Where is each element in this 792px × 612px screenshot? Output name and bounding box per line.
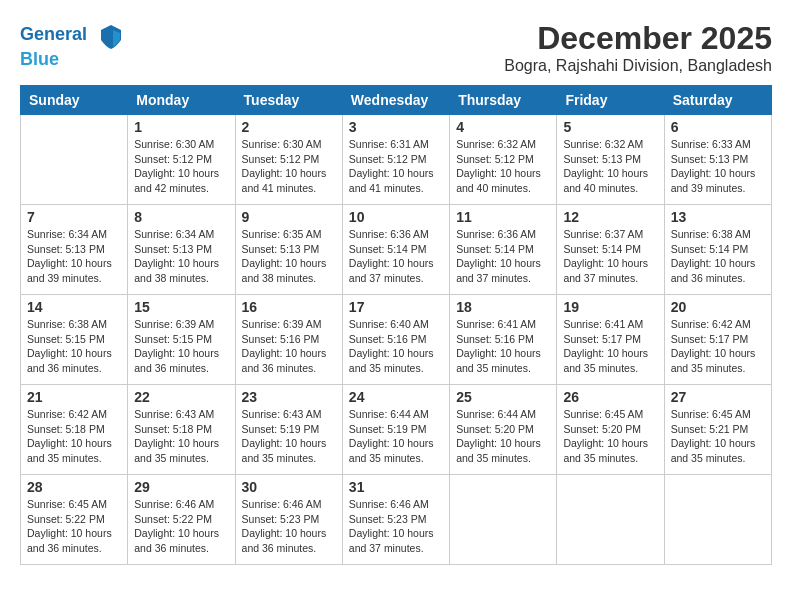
day-number: 20: [671, 299, 765, 315]
day-number: 1: [134, 119, 228, 135]
table-row: 21Sunrise: 6:42 AMSunset: 5:18 PMDayligh…: [21, 385, 128, 475]
day-number: 25: [456, 389, 550, 405]
table-row: 28Sunrise: 6:45 AMSunset: 5:22 PMDayligh…: [21, 475, 128, 565]
calendar-week-2: 7Sunrise: 6:34 AMSunset: 5:13 PMDaylight…: [21, 205, 772, 295]
day-number: 11: [456, 209, 550, 225]
day-number: 24: [349, 389, 443, 405]
day-number: 5: [563, 119, 657, 135]
logo-general: General: [20, 24, 87, 44]
day-info: Sunrise: 6:41 AMSunset: 5:16 PMDaylight:…: [456, 317, 550, 376]
table-row: 3Sunrise: 6:31 AMSunset: 5:12 PMDaylight…: [342, 115, 449, 205]
calendar-week-3: 14Sunrise: 6:38 AMSunset: 5:15 PMDayligh…: [21, 295, 772, 385]
day-info: Sunrise: 6:45 AMSunset: 5:21 PMDaylight:…: [671, 407, 765, 466]
day-number: 8: [134, 209, 228, 225]
table-row: 7Sunrise: 6:34 AMSunset: 5:13 PMDaylight…: [21, 205, 128, 295]
day-info: Sunrise: 6:44 AMSunset: 5:19 PMDaylight:…: [349, 407, 443, 466]
table-row: 27Sunrise: 6:45 AMSunset: 5:21 PMDayligh…: [664, 385, 771, 475]
day-number: 6: [671, 119, 765, 135]
day-info: Sunrise: 6:39 AMSunset: 5:16 PMDaylight:…: [242, 317, 336, 376]
day-info: Sunrise: 6:30 AMSunset: 5:12 PMDaylight:…: [242, 137, 336, 196]
day-info: Sunrise: 6:30 AMSunset: 5:12 PMDaylight:…: [134, 137, 228, 196]
day-info: Sunrise: 6:36 AMSunset: 5:14 PMDaylight:…: [456, 227, 550, 286]
table-row: [664, 475, 771, 565]
day-info: Sunrise: 6:31 AMSunset: 5:12 PMDaylight:…: [349, 137, 443, 196]
day-info: Sunrise: 6:43 AMSunset: 5:18 PMDaylight:…: [134, 407, 228, 466]
subtitle: Bogra, Rajshahi Division, Bangladesh: [504, 57, 772, 75]
day-number: 30: [242, 479, 336, 495]
day-number: 15: [134, 299, 228, 315]
calendar-table: Sunday Monday Tuesday Wednesday Thursday…: [20, 85, 772, 565]
table-row: 11Sunrise: 6:36 AMSunset: 5:14 PMDayligh…: [450, 205, 557, 295]
logo-icon: [96, 20, 126, 50]
table-row: 12Sunrise: 6:37 AMSunset: 5:14 PMDayligh…: [557, 205, 664, 295]
table-row: 8Sunrise: 6:34 AMSunset: 5:13 PMDaylight…: [128, 205, 235, 295]
day-info: Sunrise: 6:46 AMSunset: 5:23 PMDaylight:…: [349, 497, 443, 556]
table-row: 6Sunrise: 6:33 AMSunset: 5:13 PMDaylight…: [664, 115, 771, 205]
day-info: Sunrise: 6:45 AMSunset: 5:20 PMDaylight:…: [563, 407, 657, 466]
header-wednesday: Wednesday: [342, 86, 449, 115]
table-row: 20Sunrise: 6:42 AMSunset: 5:17 PMDayligh…: [664, 295, 771, 385]
logo: General Blue: [20, 20, 126, 70]
table-row: 16Sunrise: 6:39 AMSunset: 5:16 PMDayligh…: [235, 295, 342, 385]
logo-blue: Blue: [20, 49, 59, 69]
table-row: 19Sunrise: 6:41 AMSunset: 5:17 PMDayligh…: [557, 295, 664, 385]
day-number: 18: [456, 299, 550, 315]
table-row: 13Sunrise: 6:38 AMSunset: 5:14 PMDayligh…: [664, 205, 771, 295]
day-info: Sunrise: 6:39 AMSunset: 5:15 PMDaylight:…: [134, 317, 228, 376]
day-info: Sunrise: 6:33 AMSunset: 5:13 PMDaylight:…: [671, 137, 765, 196]
day-number: 16: [242, 299, 336, 315]
day-number: 28: [27, 479, 121, 495]
day-info: Sunrise: 6:38 AMSunset: 5:14 PMDaylight:…: [671, 227, 765, 286]
table-row: [557, 475, 664, 565]
day-info: Sunrise: 6:43 AMSunset: 5:19 PMDaylight:…: [242, 407, 336, 466]
day-info: Sunrise: 6:38 AMSunset: 5:15 PMDaylight:…: [27, 317, 121, 376]
day-number: 10: [349, 209, 443, 225]
day-info: Sunrise: 6:42 AMSunset: 5:18 PMDaylight:…: [27, 407, 121, 466]
day-number: 9: [242, 209, 336, 225]
table-row: 24Sunrise: 6:44 AMSunset: 5:19 PMDayligh…: [342, 385, 449, 475]
header-friday: Friday: [557, 86, 664, 115]
table-row: 23Sunrise: 6:43 AMSunset: 5:19 PMDayligh…: [235, 385, 342, 475]
day-number: 22: [134, 389, 228, 405]
day-number: 19: [563, 299, 657, 315]
day-number: 17: [349, 299, 443, 315]
day-info: Sunrise: 6:40 AMSunset: 5:16 PMDaylight:…: [349, 317, 443, 376]
table-row: 18Sunrise: 6:41 AMSunset: 5:16 PMDayligh…: [450, 295, 557, 385]
table-row: 10Sunrise: 6:36 AMSunset: 5:14 PMDayligh…: [342, 205, 449, 295]
day-info: Sunrise: 6:41 AMSunset: 5:17 PMDaylight:…: [563, 317, 657, 376]
header-tuesday: Tuesday: [235, 86, 342, 115]
day-info: Sunrise: 6:46 AMSunset: 5:23 PMDaylight:…: [242, 497, 336, 556]
calendar-header-row: Sunday Monday Tuesday Wednesday Thursday…: [21, 86, 772, 115]
day-number: 13: [671, 209, 765, 225]
table-row: 30Sunrise: 6:46 AMSunset: 5:23 PMDayligh…: [235, 475, 342, 565]
day-info: Sunrise: 6:44 AMSunset: 5:20 PMDaylight:…: [456, 407, 550, 466]
table-row: 2Sunrise: 6:30 AMSunset: 5:12 PMDaylight…: [235, 115, 342, 205]
day-info: Sunrise: 6:35 AMSunset: 5:13 PMDaylight:…: [242, 227, 336, 286]
day-info: Sunrise: 6:36 AMSunset: 5:14 PMDaylight:…: [349, 227, 443, 286]
table-row: 26Sunrise: 6:45 AMSunset: 5:20 PMDayligh…: [557, 385, 664, 475]
day-info: Sunrise: 6:46 AMSunset: 5:22 PMDaylight:…: [134, 497, 228, 556]
table-row: [450, 475, 557, 565]
day-info: Sunrise: 6:32 AMSunset: 5:13 PMDaylight:…: [563, 137, 657, 196]
page-header: General Blue December 2025 Bogra, Rajsha…: [20, 20, 772, 75]
day-info: Sunrise: 6:42 AMSunset: 5:17 PMDaylight:…: [671, 317, 765, 376]
day-number: 7: [27, 209, 121, 225]
header-sunday: Sunday: [21, 86, 128, 115]
day-number: 29: [134, 479, 228, 495]
main-title: December 2025: [504, 20, 772, 57]
day-info: Sunrise: 6:32 AMSunset: 5:12 PMDaylight:…: [456, 137, 550, 196]
day-number: 27: [671, 389, 765, 405]
day-number: 21: [27, 389, 121, 405]
table-row: 22Sunrise: 6:43 AMSunset: 5:18 PMDayligh…: [128, 385, 235, 475]
header-thursday: Thursday: [450, 86, 557, 115]
table-row: 5Sunrise: 6:32 AMSunset: 5:13 PMDaylight…: [557, 115, 664, 205]
day-number: 26: [563, 389, 657, 405]
table-row: 17Sunrise: 6:40 AMSunset: 5:16 PMDayligh…: [342, 295, 449, 385]
table-row: 29Sunrise: 6:46 AMSunset: 5:22 PMDayligh…: [128, 475, 235, 565]
calendar-week-4: 21Sunrise: 6:42 AMSunset: 5:18 PMDayligh…: [21, 385, 772, 475]
day-info: Sunrise: 6:34 AMSunset: 5:13 PMDaylight:…: [27, 227, 121, 286]
table-row: 15Sunrise: 6:39 AMSunset: 5:15 PMDayligh…: [128, 295, 235, 385]
header-monday: Monday: [128, 86, 235, 115]
table-row: 4Sunrise: 6:32 AMSunset: 5:12 PMDaylight…: [450, 115, 557, 205]
day-number: 4: [456, 119, 550, 135]
